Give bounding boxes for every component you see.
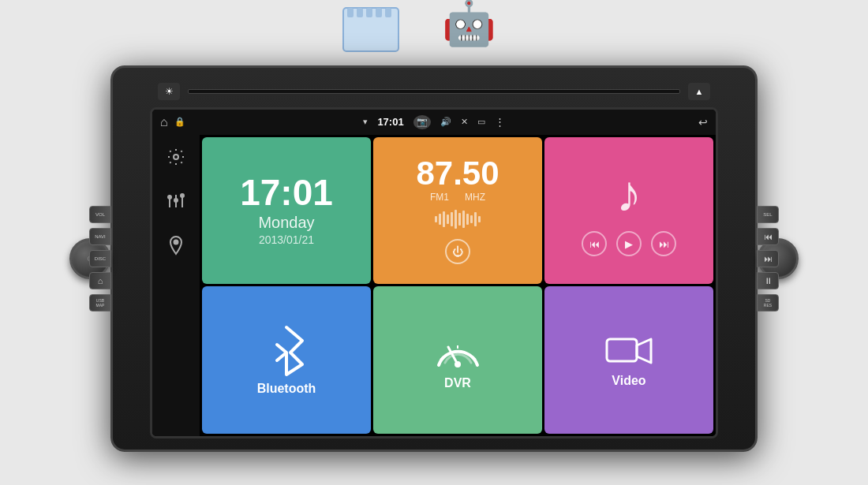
bluetooth-tile[interactable]: Bluetooth: [202, 286, 371, 434]
left-side-buttons: VOL NAVI DISC ⌂ USBMAP: [89, 206, 111, 312]
back-status-icon[interactable]: ↩: [698, 116, 708, 129]
svg-rect-2: [357, 8, 363, 17]
bluetooth-icon: [263, 323, 310, 379]
brightness-button[interactable]: ☀: [158, 83, 180, 100]
svg-point-12: [174, 199, 178, 202]
clock-time-display: 17:01: [240, 174, 333, 211]
video-tile[interactable]: Video: [544, 286, 713, 434]
equalizer-icon[interactable]: [162, 187, 190, 215]
svg-point-18: [455, 361, 461, 367]
settings-icon[interactable]: [162, 143, 190, 171]
waveform-bar: [478, 216, 481, 222]
eject-icon: ▲: [695, 87, 704, 96]
vol-button[interactable]: VOL: [89, 206, 111, 223]
bluetooth-label: Bluetooth: [257, 382, 316, 396]
waveform-bar: [443, 211, 445, 227]
status-bar: ⌂ 🔒 ▾ 17:01 📷 🔊 ✕ ▭ ⋮ ↩: [152, 110, 716, 135]
usb-map-button[interactable]: USBMAP: [89, 294, 111, 312]
svg-rect-1: [347, 8, 354, 17]
radio-power-button[interactable]: ⏻: [445, 239, 470, 264]
svg-rect-5: [385, 8, 391, 17]
radio-tile[interactable]: 87.50 FM1 MHZ: [373, 137, 542, 285]
radio-band-label: FM1 MHZ: [430, 192, 485, 203]
main-screen: ⌂ 🔒 ▾ 17:01 📷 🔊 ✕ ▭ ⋮ ↩: [150, 107, 718, 438]
music-tile[interactable]: ♪ ⏮ ▶ ⏭: [544, 137, 713, 285]
waveform-bar: [451, 212, 453, 226]
svg-rect-22: [607, 339, 637, 361]
dvr-tile[interactable]: DVR: [373, 286, 542, 434]
pause-button[interactable]: ⏸: [757, 272, 779, 289]
waveform-bar: [474, 212, 477, 226]
waveform-bar: [455, 210, 457, 229]
waveform-bar: [458, 213, 461, 226]
next-music-button[interactable]: ⏭: [651, 231, 676, 256]
svg-rect-3: [366, 8, 372, 17]
left-icon-bar: [152, 135, 200, 436]
play-music-button[interactable]: ▶: [616, 231, 642, 256]
sd-res-button[interactable]: SDRES: [757, 294, 779, 312]
status-center: ▾ 17:01 📷 🔊 ✕ ▭ ⋮: [208, 115, 660, 129]
close-status-icon[interactable]: ✕: [461, 117, 468, 127]
volume-status-icon[interactable]: 🔊: [440, 117, 451, 127]
waveform-bar: [466, 214, 469, 225]
lock-status-icon: 🔒: [174, 117, 185, 127]
navi-button[interactable]: NAVI: [89, 228, 111, 245]
sel-button[interactable]: SEL: [757, 206, 779, 223]
car-head-unit: Q VOL NAVI DISC ⌂ USBMAP SEL ⏮ ⏭ ⏸ SDRES…: [110, 65, 758, 452]
waveform-bar: [439, 214, 441, 225]
music-controls: ⏮ ▶ ⏭: [582, 231, 676, 256]
brightness-icon: ☀: [165, 86, 174, 97]
android-robot-icon: 🤖: [442, 2, 496, 45]
radio-mhz-label: MHZ: [465, 192, 485, 203]
home-side-button[interactable]: ⌂: [89, 272, 111, 289]
svg-point-16: [174, 240, 178, 244]
disc-button[interactable]: DISC: [89, 250, 111, 267]
clock-date-display: 2013/01/21: [259, 233, 314, 246]
home-status-icon[interactable]: ⌂: [160, 115, 168, 129]
screen-layout: 17:01 Monday 2013/01/21 87.50 FM1 MHZ: [152, 135, 716, 436]
music-note-icon: ♪: [616, 164, 642, 223]
window-status-icon[interactable]: ▭: [477, 117, 485, 127]
sd-card-decoration: [339, 4, 410, 55]
radio-waveform: [382, 207, 534, 231]
signal-status-icon: ▾: [363, 117, 368, 127]
waveform-bar: [435, 216, 437, 222]
prev-music-button[interactable]: ⏮: [582, 231, 607, 256]
cd-slot: [188, 89, 680, 94]
next-track-button[interactable]: ⏭: [757, 250, 779, 267]
dvr-speedometer-icon: [432, 330, 484, 373]
waveform-bar: [462, 211, 465, 228]
camera-status-icon[interactable]: 📷: [413, 115, 431, 129]
clock-tile[interactable]: 17:01 Monday 2013/01/21: [202, 137, 371, 285]
waveform-bar: [447, 215, 449, 224]
status-left: ⌂ 🔒: [160, 115, 208, 129]
svg-point-6: [174, 155, 178, 159]
app-grid: 17:01 Monday 2013/01/21 87.50 FM1 MHZ: [200, 135, 716, 436]
clock-day-display: Monday: [258, 214, 314, 232]
right-side-buttons: SEL ⏮ ⏭ ⏸ SDRES: [757, 206, 779, 312]
svg-rect-4: [376, 8, 382, 17]
waveform-bar: [470, 215, 473, 223]
device-top-bar: ☀ ▲: [150, 79, 718, 104]
radio-fm-label: FM1: [430, 192, 449, 203]
dvr-label: DVR: [444, 376, 471, 390]
menu-status-icon[interactable]: ⋮: [495, 116, 505, 128]
video-camera-icon: [604, 331, 655, 371]
prev-track-button[interactable]: ⏮: [757, 228, 779, 245]
status-time: 17:01: [377, 116, 403, 128]
svg-rect-0: [343, 8, 398, 51]
video-label: Video: [612, 374, 645, 388]
svg-point-9: [168, 196, 171, 199]
eject-button[interactable]: ▲: [688, 83, 710, 100]
radio-frequency-display: 87.50: [416, 157, 499, 190]
location-icon[interactable]: [162, 231, 190, 259]
status-right: ↩: [660, 116, 708, 129]
svg-point-15: [181, 194, 184, 197]
